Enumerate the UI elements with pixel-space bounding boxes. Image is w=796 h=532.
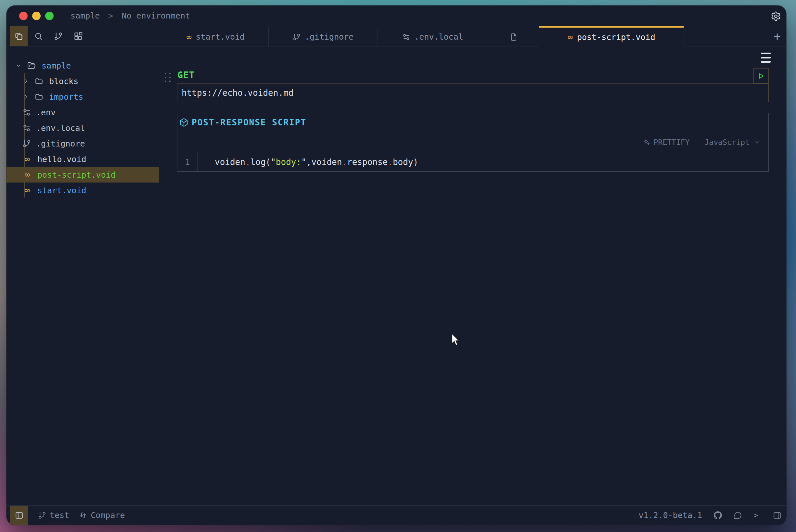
git-branch-icon bbox=[38, 511, 46, 519]
hamburger-icon bbox=[761, 53, 771, 54]
tree-item-label: hello.void bbox=[37, 155, 87, 164]
request-url-input[interactable]: https://echo.voiden.md bbox=[177, 83, 769, 102]
env-settings-icon bbox=[22, 108, 31, 117]
editor-area: ∞ start.void .gitignore .env.local bbox=[159, 26, 786, 506]
tab-untitled-file[interactable] bbox=[488, 26, 539, 46]
tree-item-label: start.void bbox=[37, 186, 87, 195]
tab-label: post-script.void bbox=[577, 33, 655, 42]
tab-env-local[interactable]: .env.local bbox=[378, 26, 488, 46]
github-icon[interactable] bbox=[713, 511, 722, 520]
terminal-icon[interactable]: >_ bbox=[754, 511, 761, 520]
tree-item-hello-void[interactable]: ∞ hello.void bbox=[6, 151, 159, 167]
toggle-left-panel-button[interactable] bbox=[10, 506, 28, 525]
run-request-button[interactable] bbox=[754, 68, 769, 83]
tree-item-post-script-void[interactable]: ∞ post-script.void bbox=[6, 167, 159, 183]
app-window: sample > No environment bbox=[6, 5, 786, 525]
tree-item-start-void[interactable]: ∞ start.void bbox=[6, 183, 159, 198]
prettify-button[interactable]: PRETTIFY bbox=[643, 138, 690, 147]
folder-icon bbox=[35, 77, 43, 86]
project-name[interactable]: sample bbox=[71, 11, 100, 20]
settings-gear-icon[interactable] bbox=[771, 11, 781, 21]
tree-item-blocks[interactable]: blocks bbox=[6, 73, 159, 89]
drag-handle[interactable] bbox=[165, 73, 171, 82]
branch-name: test bbox=[50, 511, 69, 520]
prettify-label: PRETTIFY bbox=[654, 138, 690, 147]
git-branch-icon bbox=[54, 32, 63, 41]
compare-label: Compare bbox=[91, 511, 125, 520]
search-icon bbox=[34, 32, 43, 41]
tab-label: .gitignore bbox=[305, 32, 354, 42]
infinity-icon: ∞ bbox=[568, 32, 573, 42]
activity-bar bbox=[6, 26, 159, 46]
chevron-down-icon[interactable] bbox=[15, 62, 22, 69]
script-block-title: POST-RESPONSE SCRIPT bbox=[192, 118, 306, 127]
code-line[interactable]: voiden.log("body:",voiden.response.body) bbox=[198, 152, 418, 171]
tab-post-script-void[interactable]: ∞ post-script.void bbox=[539, 26, 684, 46]
tree-item-gitignore[interactable]: .gitignore bbox=[6, 136, 159, 151]
desktop: sample > No environment bbox=[0, 0, 796, 532]
traffic-lights bbox=[19, 12, 54, 20]
panel-right-icon bbox=[773, 511, 781, 520]
script-toolbar: PRETTIFY JavaScript bbox=[177, 132, 769, 152]
mouse-cursor bbox=[451, 334, 462, 346]
zoom-window-button[interactable] bbox=[45, 12, 54, 20]
files-explorer-button[interactable] bbox=[10, 26, 27, 46]
source-control-button[interactable] bbox=[50, 26, 67, 46]
infinity-icon: ∞ bbox=[187, 32, 192, 42]
block-menu-button[interactable] bbox=[761, 53, 771, 63]
minimize-window-button[interactable] bbox=[32, 12, 41, 20]
new-tab-button[interactable]: + bbox=[768, 26, 786, 46]
chevron-right-icon[interactable] bbox=[22, 78, 30, 84]
tree-item-label: .env bbox=[36, 108, 56, 117]
git-branch-icon bbox=[293, 33, 301, 41]
tree-item-label: .env.local bbox=[36, 124, 85, 133]
status-bar: test Compare v1.2.0-beta.1 >_ bbox=[6, 506, 786, 525]
git-branch-indicator[interactable]: test bbox=[38, 511, 69, 520]
code-editor[interactable]: 1 voiden.log("body:",voiden.response.bod… bbox=[177, 152, 769, 172]
environment-selector[interactable]: No environment bbox=[121, 11, 190, 20]
tree-item-env-local[interactable]: .env.local bbox=[6, 120, 159, 136]
tree-item-imports[interactable]: imports bbox=[6, 89, 159, 104]
close-window-button[interactable] bbox=[19, 12, 27, 20]
document-canvas: GET https://echo.voiden.md POST-RESPONSE… bbox=[159, 46, 786, 506]
tree-item-env[interactable]: .env bbox=[6, 104, 159, 120]
plus-icon: + bbox=[774, 30, 781, 43]
extensions-button[interactable] bbox=[69, 26, 87, 46]
tree-item-label: imports bbox=[49, 92, 83, 102]
breadcrumb-chevron-icon: > bbox=[108, 11, 113, 20]
folder-icon bbox=[35, 93, 43, 101]
tab-bar-spacer bbox=[684, 26, 768, 46]
compare-button[interactable]: Compare bbox=[79, 511, 125, 520]
tab-label: .env.local bbox=[414, 32, 463, 42]
post-response-script-block: POST-RESPONSE SCRIPT PRETTIFY JavaScript bbox=[177, 113, 769, 172]
breadcrumb: sample > No environment bbox=[71, 11, 190, 20]
compare-arrows-icon bbox=[79, 511, 87, 519]
toggle-right-panel-button[interactable] bbox=[773, 511, 782, 520]
tab-gitignore[interactable]: .gitignore bbox=[269, 26, 378, 46]
file-icon bbox=[510, 33, 517, 41]
script-block-header[interactable]: POST-RESPONSE SCRIPT bbox=[177, 113, 769, 132]
language-dropdown[interactable]: JavaScript bbox=[705, 138, 760, 147]
infinity-icon: ∞ bbox=[22, 155, 32, 164]
chevron-right-icon[interactable] bbox=[22, 94, 30, 100]
http-method-label[interactable]: GET bbox=[177, 70, 195, 80]
tab-start-void[interactable]: ∞ start.void bbox=[163, 26, 269, 46]
tree-item-label: post-script.void bbox=[37, 170, 116, 179]
language-value: JavaScript bbox=[705, 138, 750, 147]
tree-item-label: .gitignore bbox=[36, 139, 85, 148]
infinity-icon: ∞ bbox=[22, 171, 32, 179]
panel-left-icon bbox=[15, 511, 23, 520]
feedback-chat-icon[interactable] bbox=[733, 511, 742, 520]
sidebar: sample blocks imports .env bbox=[6, 26, 159, 506]
search-button[interactable] bbox=[30, 26, 48, 46]
tree-item-label: sample bbox=[42, 61, 71, 71]
title-bar: sample > No environment bbox=[6, 5, 786, 26]
files-icon bbox=[14, 32, 23, 41]
status-bar-right: v1.2.0-beta.1 >_ bbox=[639, 511, 786, 520]
file-tree: sample blocks imports .env bbox=[6, 46, 159, 506]
env-settings-icon bbox=[22, 124, 31, 132]
infinity-icon: ∞ bbox=[22, 186, 32, 194]
tab-bar-lead bbox=[159, 26, 163, 46]
request-url-value: https://echo.voiden.md bbox=[182, 88, 293, 98]
tree-item-sample[interactable]: sample bbox=[6, 58, 159, 73]
